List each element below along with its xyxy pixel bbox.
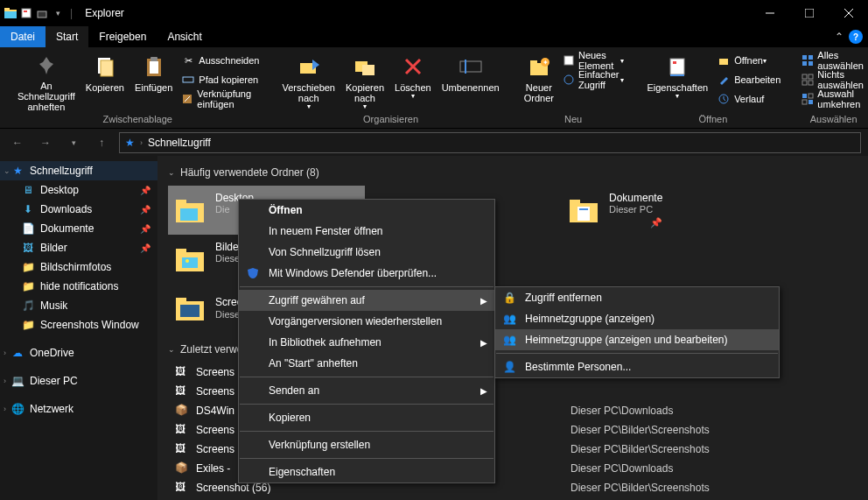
open-button[interactable]: Öffnen ▾ xyxy=(713,51,784,70)
paste-icon xyxy=(140,53,168,81)
qat-newfolder-icon[interactable] xyxy=(35,6,49,20)
maximize-button[interactable] xyxy=(789,0,829,26)
ctx-defender-scan[interactable]: Mit Windows Defender überprüfen... xyxy=(239,263,494,284)
easyaccess-icon xyxy=(563,73,575,87)
archive-icon: 📦 xyxy=(175,461,189,475)
ctx-homegroup-view[interactable]: 👥Heimnetzgruppe (anzeigen) xyxy=(495,308,779,329)
ctx-remove-access[interactable]: 🔒Zugriff entfernen xyxy=(495,287,779,308)
copy-to-button[interactable]: Kopieren nach▾ xyxy=(340,51,389,114)
ctx-open[interactable]: Öffnen xyxy=(239,200,494,221)
svg-rect-42 xyxy=(808,81,813,85)
cut-button[interactable]: ✂Ausschneiden xyxy=(178,51,262,70)
sidebar-item-network[interactable]: ›🌐Netzwerk xyxy=(0,399,158,419)
back-button[interactable]: ← xyxy=(7,132,28,153)
paste-shortcut-button[interactable]: Verknüpfung einfügen xyxy=(178,89,262,109)
sidebar-item-desktop[interactable]: 🖥Desktop📌 xyxy=(0,180,158,200)
move-to-button[interactable]: Verschieben nach▾ xyxy=(276,51,340,114)
pin-icon: 📌 xyxy=(650,217,662,229)
select-all-button[interactable]: Alles auswählen xyxy=(798,51,868,70)
ctx-previous-versions[interactable]: Vorgängerversionen wiederherstellen xyxy=(239,311,494,332)
copy-path-button[interactable]: Pfad kopieren xyxy=(178,70,262,89)
copyto-icon xyxy=(351,53,379,81)
svg-rect-2 xyxy=(4,11,17,18)
selinv-icon xyxy=(802,92,814,106)
tab-file[interactable]: Datei xyxy=(0,26,46,47)
properties-button[interactable]: Eigenschaften▾ xyxy=(641,51,713,114)
edit-button[interactable]: Bearbeiten xyxy=(713,70,784,89)
new-folder-button[interactable]: ✦ Neuer Ordner xyxy=(519,51,559,114)
help-icon[interactable]: ? xyxy=(849,30,863,44)
copy-button[interactable]: Kopieren xyxy=(80,51,130,114)
ctx-pin-start[interactable]: An "Start" anheften xyxy=(239,353,494,374)
ribbon-collapse-icon[interactable]: ⌃ xyxy=(835,31,844,43)
new-item-button[interactable]: Neues Element ▾ xyxy=(559,51,627,70)
svg-rect-11 xyxy=(101,60,113,76)
ctx-homegroup-edit[interactable]: 👥Heimnetzgruppe (anzeigen und bearbeiten… xyxy=(495,329,779,350)
ctx-specific-people[interactable]: 👤Bestimmte Personen... xyxy=(495,356,779,377)
shortcut-icon xyxy=(181,92,193,106)
paste-button[interactable]: Einfügen xyxy=(130,51,178,114)
frequent-folders-header[interactable]: ⌄Häufig verwendete Ordner (8) xyxy=(168,166,858,179)
svg-rect-58 xyxy=(182,257,198,268)
star-icon: ★ xyxy=(10,164,24,178)
sidebar-item-hidenotif[interactable]: 📁hide notifications xyxy=(0,277,158,296)
delete-icon xyxy=(399,53,427,81)
up-button[interactable]: ↑ xyxy=(91,132,112,153)
sidebar-item-screenshots[interactable]: 📁Bildschirmfotos xyxy=(0,257,158,277)
sidebar-item-onedrive[interactable]: ›☁OneDrive xyxy=(0,343,158,363)
folder-icon: 📁 xyxy=(21,260,35,274)
newitem-icon xyxy=(563,53,575,67)
minimize-button[interactable] xyxy=(750,0,789,26)
sidebar-item-documents[interactable]: 📄Dokumente📌 xyxy=(0,219,158,238)
easy-access-button[interactable]: Einfacher Zugriff ▾ xyxy=(559,70,627,89)
group-new-label: Neu xyxy=(564,114,582,124)
tab-view[interactable]: Ansicht xyxy=(157,26,212,47)
breadcrumb[interactable]: Schnellzugriff xyxy=(148,137,211,149)
svg-rect-36 xyxy=(808,55,813,60)
ctx-include-library[interactable]: In Bibliothek aufnehmen▶ xyxy=(239,332,494,353)
sidebar-item-music[interactable]: 🎵Musik xyxy=(0,296,158,315)
ctx-unpin-quickaccess[interactable]: Von Schnellzugriff lösen xyxy=(239,242,494,263)
quickaccess-star-icon: ★ xyxy=(125,137,135,149)
window-title: Explorer xyxy=(85,7,124,19)
sidebar-item-thispc[interactable]: ›💻Dieser PC xyxy=(0,371,158,391)
ctx-open-new-window[interactable]: In neuem Fenster öffnen xyxy=(239,221,494,242)
folder-icon xyxy=(565,192,602,229)
forward-button[interactable]: → xyxy=(35,132,56,153)
select-none-button[interactable]: Nichts auswählen xyxy=(798,70,868,89)
sidebar-item-pictures[interactable]: 🖼Bilder📌 xyxy=(0,238,158,257)
qat-dropdown-icon[interactable]: ▾ xyxy=(51,6,65,20)
rename-button[interactable]: Umbenennen xyxy=(437,51,505,114)
sidebar-item-downloads[interactable]: ⬇Downloads📌 xyxy=(0,200,158,219)
delete-button[interactable]: Löschen▾ xyxy=(389,51,437,114)
pin-icon: 📌 xyxy=(140,186,150,195)
tab-start[interactable]: Start xyxy=(46,26,88,47)
qat-properties-icon[interactable] xyxy=(19,6,33,20)
address-bar[interactable]: ★ › Schnellzugriff xyxy=(119,132,861,153)
close-button[interactable] xyxy=(829,0,868,26)
history-button[interactable]: Verlauf xyxy=(713,89,784,109)
tab-share[interactable]: Freigeben xyxy=(88,26,157,47)
pin-icon xyxy=(32,53,60,79)
folder-item-blank1[interactable] xyxy=(470,235,667,284)
ctx-create-shortcut[interactable]: Verknüpfung erstellen xyxy=(239,434,494,455)
ctx-properties[interactable]: Eigenschaften xyxy=(239,461,494,482)
svg-rect-14 xyxy=(150,57,158,61)
group-open-label: Öffnen xyxy=(698,114,727,124)
ctx-grant-access[interactable]: Zugriff gewähren auf▶ xyxy=(239,290,494,311)
pin-quickaccess-button[interactable]: An Schnellzugriff anheften xyxy=(12,51,80,114)
invert-selection-button[interactable]: Auswahl umkehren xyxy=(798,89,868,109)
svg-rect-49 xyxy=(180,208,198,221)
lock-icon: 🔒 xyxy=(502,291,516,305)
folder-item-documents[interactable]: DokumenteDieser PC📌 xyxy=(562,186,759,235)
svg-rect-40 xyxy=(808,74,813,79)
svg-rect-48 xyxy=(176,200,186,205)
sidebar-item-quickaccess[interactable]: ⌄★Schnellzugriff xyxy=(0,161,158,180)
moveto-icon xyxy=(295,53,323,81)
recent-dropdown[interactable]: ▾ xyxy=(63,132,84,153)
ctx-copy[interactable]: Kopieren xyxy=(239,407,494,428)
svg-rect-65 xyxy=(176,298,186,303)
sidebar-item-scrwin[interactable]: 📁Screenshots Window xyxy=(0,315,158,335)
ctx-send-to[interactable]: Senden an▶ xyxy=(239,380,494,401)
svg-rect-39 xyxy=(802,74,807,79)
